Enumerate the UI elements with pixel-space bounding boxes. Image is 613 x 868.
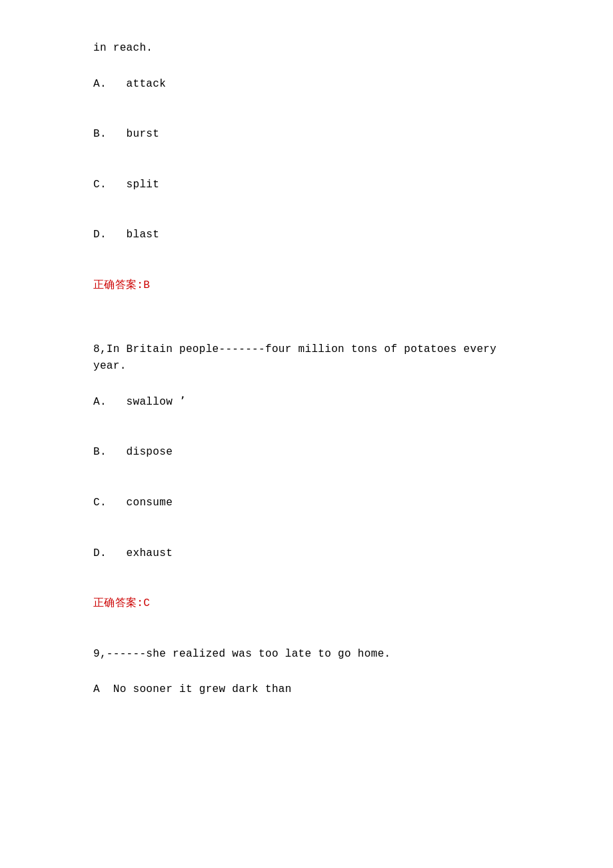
option-b-prev: B. burst: [93, 126, 520, 143]
answer-q8-value: C: [143, 597, 150, 609]
question-9: 9,------she realized was too late to go …: [93, 646, 520, 663]
q8-option-b: B. dispose: [93, 444, 520, 461]
q8-option-a-label: A.: [93, 396, 107, 408]
option-a-value: attack: [127, 78, 167, 90]
q8-option-d-value: exhaust: [127, 547, 173, 559]
option-c-label: C.: [93, 179, 107, 191]
q9-option-a-label: A: [93, 683, 100, 695]
option-c-prev: C. split: [93, 177, 520, 194]
option-c-value: split: [127, 179, 160, 191]
answer-q8: 正确答案:C: [93, 595, 520, 613]
q8-option-c-label: C.: [93, 497, 107, 509]
answer-prev: 正确答案:B: [93, 277, 520, 295]
option-a-prev: A. attack: [93, 76, 520, 93]
answer-prev-value: B: [143, 279, 150, 291]
q8-option-a: A. swallow ʼ: [93, 394, 520, 411]
q8-option-b-label: B.: [93, 446, 107, 458]
page-content: in reach. A. attack B. burst C. split D.…: [93, 40, 520, 699]
intro-text: in reach.: [93, 42, 153, 54]
q8-text-line2: year.: [93, 358, 520, 375]
option-b-label: B.: [93, 128, 107, 140]
q8-option-c-value: consume: [127, 497, 173, 509]
q9-text: 9,------she realized was too late to go …: [93, 648, 390, 660]
intro-line: in reach.: [93, 40, 520, 57]
q8-option-a-value: swallow ʼ: [127, 396, 186, 408]
option-d-value: blast: [127, 229, 160, 241]
question-8: 8,In Britain people-------four million t…: [93, 341, 520, 375]
q8-option-d: D. exhaust: [93, 545, 520, 563]
option-d-label: D.: [93, 229, 107, 241]
q8-option-c: C. consume: [93, 495, 520, 512]
answer-prev-label: 正确答案:: [93, 279, 143, 291]
option-d-prev: D. blast: [93, 227, 520, 244]
q8-text-line1: 8,In Britain people-------four million t…: [93, 341, 520, 359]
q8-option-b-value: dispose: [127, 446, 173, 458]
q8-option-d-label: D.: [93, 547, 107, 559]
q9-option-a: A No sooner it grew dark than: [93, 681, 520, 699]
option-a-label: A.: [93, 78, 107, 90]
option-b-value: burst: [127, 128, 160, 140]
answer-q8-label: 正确答案:: [93, 597, 143, 609]
q9-option-a-value: No sooner it grew dark than: [113, 683, 292, 695]
